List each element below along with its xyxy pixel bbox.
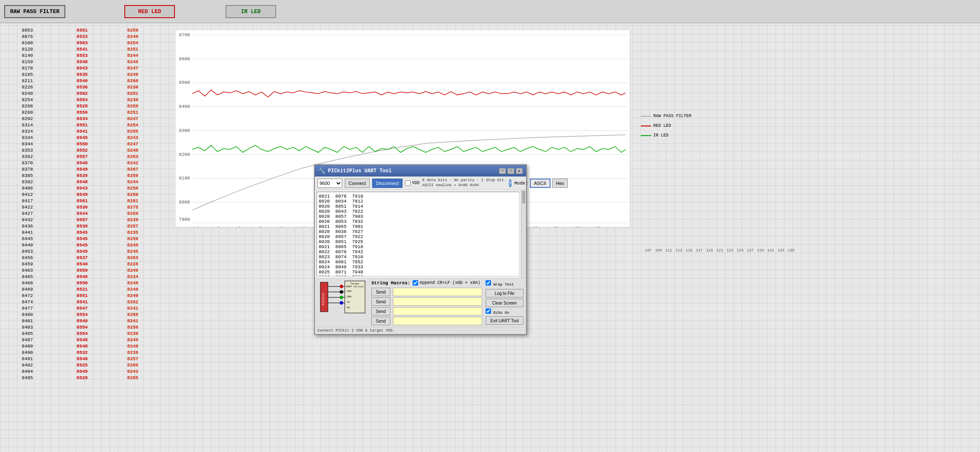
wrap-text-label[interactable]: Wrap Text — [486, 283, 514, 287]
scrollbar-thumb[interactable] — [522, 191, 525, 203]
titlebar-left: 🔧 PICkit2Plus UART Tool — [318, 167, 392, 174]
table-row: 8465 — [4, 274, 51, 280]
svg-text:8300: 8300 — [179, 128, 190, 133]
table-row: 8550 — [59, 141, 105, 147]
table-row: 8230 — [110, 331, 156, 337]
table-row: 8539 — [59, 223, 105, 229]
macro-input-2[interactable] — [393, 297, 482, 306]
svg-text:UART Circuit: UART Circuit — [346, 285, 364, 288]
ascii-mode-button[interactable]: ASCII — [530, 179, 550, 188]
table-row: 8254 — [110, 122, 156, 128]
table-row: 8256 — [110, 185, 156, 191]
table-row: 8532 — [59, 350, 105, 356]
table-row: 8436 — [4, 223, 51, 229]
table-row: 8240 — [4, 91, 51, 96]
table-row: 8463 — [4, 267, 51, 273]
table-row: 8283 — [110, 154, 156, 160]
table-row: 8250 — [110, 192, 156, 198]
svg-point-53 — [340, 296, 343, 299]
send-button-4[interactable]: Send — [371, 317, 390, 325]
table-row: 8456 — [4, 255, 51, 261]
svg-text:8000: 8000 — [179, 200, 190, 205]
echo-on-checkbox-label[interactable]: Echo On — [486, 308, 524, 315]
table-row: 8251 — [110, 91, 156, 96]
uart-icon: 🔧 — [318, 167, 325, 174]
dialog-titlebar: 🔧 PICkit2Plus UART Tool ─ □ ✕ — [315, 165, 526, 177]
circuit-svg: PICkit2 Target UART Circuit VDD GND TX R… — [320, 280, 366, 316]
table-row: 8483 — [4, 324, 51, 330]
table-row: 8262 — [110, 299, 156, 305]
red-data-column: 8551853385638541855385488543853585408536… — [59, 27, 105, 448]
append-crlf-checkbox[interactable] — [413, 280, 418, 286]
clear-screen-button[interactable]: Clear Screen — [486, 299, 524, 307]
header-row: RAW PASS FILTER RED LED IR LED — [0, 0, 980, 23]
table-row: 8195 — [4, 72, 51, 78]
help-button[interactable]: ? — [509, 179, 512, 187]
table-row: 8553 — [59, 53, 105, 59]
exit-uart-button[interactable]: Exit UART Tool — [486, 316, 524, 325]
minimize-button[interactable]: ─ — [499, 168, 506, 174]
vdd-label: VDD — [412, 181, 419, 185]
disconnect-button[interactable]: Disconnect — [372, 179, 403, 188]
append-crlf-checkbox-label[interactable]: Append CR+LF (x0D + x0A) — [413, 280, 480, 286]
svg-text:7900: 7900 — [179, 217, 190, 222]
table-row: 8540 — [59, 274, 105, 280]
log-to-file-button[interactable]: Log to File — [486, 289, 524, 297]
table-row: 8249 — [110, 337, 156, 343]
macro-row-4: Send — [371, 317, 482, 325]
send-button-2[interactable]: Send — [371, 297, 390, 306]
macro-input-3[interactable] — [393, 307, 482, 316]
table-row: 8249 — [110, 293, 156, 299]
echo-on-checkbox[interactable] — [486, 308, 491, 314]
table-row: 8547 — [59, 305, 105, 311]
connect-button[interactable]: Connect — [345, 179, 370, 188]
wrap-text-checkbox[interactable] — [486, 280, 491, 286]
table-row: 8563 — [59, 40, 105, 46]
table-row: 8422 — [4, 204, 51, 210]
macro-input-1[interactable] — [393, 288, 482, 296]
send-button-3[interactable]: Send — [371, 307, 390, 316]
macro-input-4[interactable] — [393, 317, 482, 325]
close-button[interactable]: ✕ — [516, 168, 523, 174]
svg-text:3: 3 — [217, 226, 220, 227]
table-row: 8249 — [110, 267, 156, 273]
table-row: 8557 — [59, 154, 105, 160]
baud-rate-select[interactable]: 9600 19200 38400 57600 115200 — [317, 179, 342, 188]
hex-mode-button[interactable]: Hex — [552, 179, 568, 188]
table-row: 8247 — [110, 65, 156, 71]
table-row: 8324 — [4, 128, 51, 134]
echo-on-label: Echo On — [493, 311, 509, 315]
scrollbar-vertical[interactable] — [521, 190, 526, 278]
table-row: 8249 — [110, 34, 156, 40]
table-row: 8525 — [59, 362, 105, 368]
table-row: 8541 — [59, 46, 105, 52]
right-buttons: Wrap Text Log to File Clear Screen Echo … — [486, 280, 524, 325]
vdd-checkbox-label[interactable]: VDD — [405, 180, 419, 186]
table-row: 8259 — [110, 27, 156, 33]
maximize-button[interactable]: □ — [507, 168, 514, 174]
svg-point-52 — [340, 290, 343, 294]
titlebar-controls[interactable]: ─ □ ✕ — [499, 168, 523, 174]
table-row: 8243 — [110, 135, 156, 141]
table-row: 8541 — [59, 299, 105, 305]
table-row: 8477 — [4, 305, 51, 311]
send-button-1[interactable]: Send — [371, 288, 390, 296]
table-row: 8249 — [110, 286, 156, 292]
table-row: 8551 — [59, 27, 105, 33]
dialog-info: 8 data bits - No parity - 1 Stop bit. AS… — [422, 178, 506, 188]
table-row: 8344 — [4, 141, 51, 147]
legend-label-red: RED LED — [653, 123, 671, 128]
table-row: 8256 — [110, 324, 156, 330]
red-values: 8551853385638541855385488543853585408536… — [59, 27, 105, 381]
table-row: 8265 — [110, 375, 156, 381]
vdd-checkbox[interactable] — [405, 180, 411, 186]
svg-text:8200: 8200 — [179, 152, 190, 157]
svg-text:8500: 8500 — [179, 80, 190, 85]
bottom-connect-text: Connect PICkit 2 VDD & target VDD. — [317, 329, 395, 333]
ir-values: 8259824982548251824482498247824982608230… — [110, 27, 156, 381]
table-row: 8236 — [110, 97, 156, 103]
table-row: 8472 — [4, 293, 51, 299]
uart-data-display[interactable]: 8021 8078 7918 8020 8034 7912 8020 8051 … — [317, 192, 519, 276]
table-row: 8412 — [4, 192, 51, 198]
table-row: 8491 — [4, 356, 51, 362]
